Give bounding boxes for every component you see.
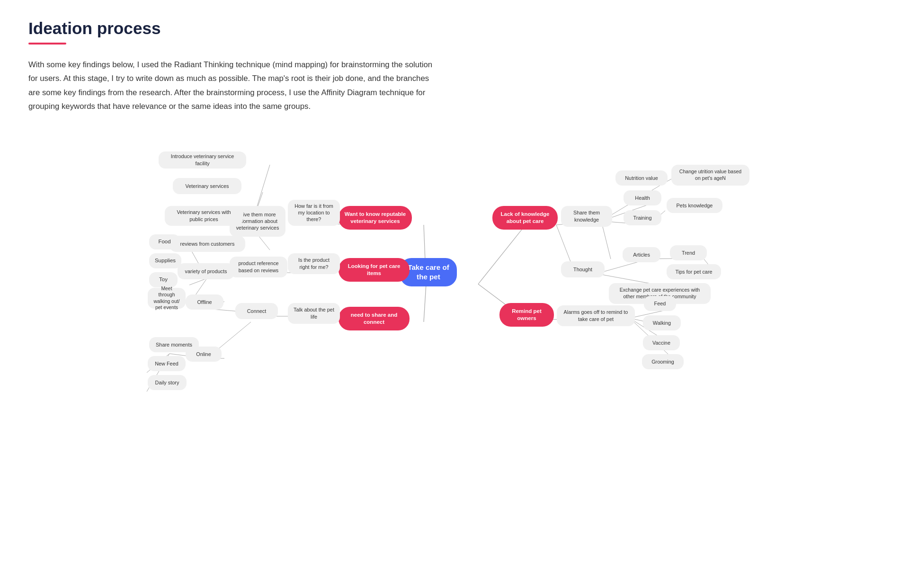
vaccine-node: Vaccine: [643, 335, 680, 350]
looking-for-pet-node: Looking for pet careitems: [339, 258, 410, 282]
lack-knowledge-node: Lack of knowledgeabout pet care: [492, 206, 558, 230]
variety-node: variety of products: [178, 263, 234, 279]
svg-line-18: [189, 278, 207, 285]
svg-line-37: [601, 221, 611, 259]
svg-line-3: [478, 225, 526, 284]
want-to-know-node: Want to know reputableveterinary service…: [339, 206, 412, 230]
pets-knowledge-node: Pets knowledge: [667, 198, 722, 213]
vet-intro-node: Introduce veterinary service facility: [159, 151, 246, 169]
alarms-node: Alarms goes off to remind to take care o…: [557, 305, 635, 326]
walking-node: Walking: [643, 315, 681, 330]
meet-walking-node: Meet through walking out/ pet events: [148, 288, 186, 309]
tips-node: Tips for pet care: [667, 264, 721, 279]
feed-node: Feed: [644, 296, 676, 311]
health-node: Health: [624, 190, 661, 205]
nutrition-node: Nutrition value: [615, 170, 668, 186]
offline-node: Offline: [186, 294, 223, 310]
how-far-node: How far is it from my location to there?: [288, 200, 340, 226]
supplies-node: Supplies: [149, 253, 181, 268]
daily-story-node: Daily story: [148, 375, 187, 390]
talk-about-pet-node: Talk about the pet life: [288, 303, 340, 324]
remind-pet-node: Remind petowners: [499, 303, 554, 327]
new-feed-node: New Feed: [148, 356, 186, 371]
page-title: Ideation process: [28, 19, 881, 38]
reviews-node: reviews from customers: [169, 236, 245, 252]
intro-paragraph: With some key findings below, I used the…: [28, 58, 436, 114]
food-node: Food: [149, 234, 180, 249]
grooming-node: Grooming: [642, 354, 684, 369]
vet-services-node: Veterinary services: [173, 178, 241, 194]
connect-node: Connect: [235, 303, 278, 319]
vet-prices-node: Veterinary services with public prices: [165, 206, 243, 226]
articles-node: Articles: [623, 247, 660, 262]
mind-map: Take care of the pet Want to know reputa…: [147, 133, 762, 426]
title-underline: [28, 43, 66, 45]
share-knowledge-node: Share them knowledge: [561, 206, 612, 227]
need-to-share-node: need to share andconnect: [339, 307, 410, 330]
training-node: Training: [624, 210, 661, 225]
thought-node: Thought: [561, 261, 605, 277]
product-ref-node: product reference based on reviews: [230, 257, 287, 277]
svg-line-2: [424, 284, 426, 322]
trend-node: Trend: [670, 245, 707, 260]
change-nutrition-node: Change utrition value based on pet's age…: [671, 165, 749, 186]
is-product-right-node: Is the product right for me?: [288, 253, 340, 274]
share-moments-node: Share moments: [149, 337, 199, 352]
